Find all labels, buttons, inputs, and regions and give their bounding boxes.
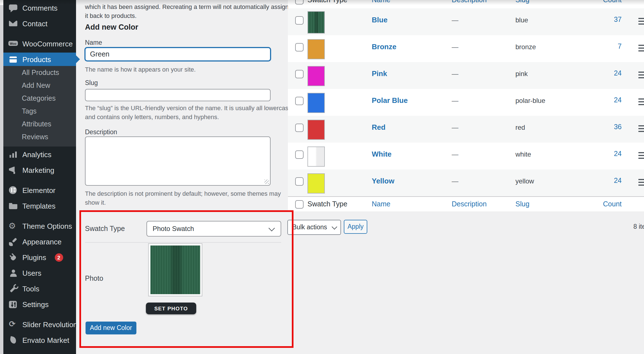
row-name-link[interactable]: Red xyxy=(372,123,385,131)
row-checkbox[interactable] xyxy=(295,70,304,78)
select-all-checkbox[interactable] xyxy=(295,200,304,209)
sidebar-item-templates[interactable]: Templates xyxy=(3,198,76,214)
table-row: Blue—blue37 xyxy=(288,8,644,35)
row-checkbox[interactable] xyxy=(295,16,304,25)
column-header-slug[interactable]: Slug xyxy=(515,0,529,4)
table-row: Pink—pink24 xyxy=(288,62,644,89)
row-checkbox[interactable] xyxy=(295,150,304,159)
apply-button[interactable]: Apply xyxy=(344,220,367,234)
add-color-title: Add new Color xyxy=(85,23,138,31)
screen-edge-strip xyxy=(0,0,3,354)
column-header-swatch-type: Swatch Type xyxy=(307,0,347,4)
sidebar-item-contact[interactable]: Contact xyxy=(3,16,76,31)
swatch-blue xyxy=(307,11,325,34)
row-description: — xyxy=(452,16,458,24)
slug-input[interactable] xyxy=(85,89,271,101)
user-icon xyxy=(8,268,18,278)
swatch-red xyxy=(307,120,325,140)
row-name-link[interactable]: Bronze xyxy=(372,43,396,51)
row-menu-icon[interactable] xyxy=(638,152,644,159)
row-menu-icon[interactable] xyxy=(638,98,644,105)
row-checkbox[interactable] xyxy=(295,97,304,105)
sidebar-subitem-attributes[interactable]: Attributes xyxy=(3,117,76,130)
row-count-link[interactable]: 24 xyxy=(567,69,622,77)
table-header-row: Swatch TypeNameDescriptionSlugCount xyxy=(288,0,644,9)
folder-icon xyxy=(8,201,18,211)
name-input[interactable] xyxy=(85,48,271,61)
row-menu-icon[interactable] xyxy=(638,18,644,25)
sidebar-subitem-categories[interactable]: Categories xyxy=(3,92,76,105)
row-menu-icon[interactable] xyxy=(638,72,644,78)
sidebar-menu: CommentsContactWooCommerceProductsAll Pr… xyxy=(3,0,76,348)
swatch-type-value: Photo Swatch xyxy=(147,221,281,236)
sidebar-item-appearance[interactable]: Appearance xyxy=(3,234,76,249)
sidebar-subitem-add-new[interactable]: Add New xyxy=(3,79,76,92)
sidebar-subitem-tags[interactable]: Tags xyxy=(3,105,76,117)
swatch-type-select[interactable]: Photo Swatch xyxy=(146,221,281,237)
sidebar-item-label: Marketing xyxy=(22,166,54,174)
table-row: Polar Blue—polar-blue24 xyxy=(288,89,644,116)
set-photo-button[interactable]: SET PHOTO xyxy=(146,303,196,314)
sidebar-item-tools[interactable]: Tools xyxy=(3,281,76,296)
column-header-description[interactable]: Description xyxy=(452,0,487,4)
sidebar-subitem-reviews[interactable]: Reviews xyxy=(3,130,76,143)
row-checkbox[interactable] xyxy=(295,177,304,186)
sidebar-item-products[interactable]: Products xyxy=(3,53,76,66)
resize-grip-icon[interactable] xyxy=(264,180,269,184)
column-header-description[interactable]: Description xyxy=(452,200,487,208)
row-count-link[interactable]: 24 xyxy=(567,96,622,104)
comment-icon xyxy=(8,3,18,13)
sidebar-item-theme-options[interactable]: Theme Options xyxy=(3,218,76,234)
column-header-name[interactable]: Name xyxy=(372,0,390,4)
description-label: Description xyxy=(85,129,117,135)
row-name-link[interactable]: Yellow xyxy=(372,177,394,185)
sidebar-item-analytics[interactable]: Analytics xyxy=(3,147,76,162)
row-menu-icon[interactable] xyxy=(638,125,644,132)
sidebar-item-marketing[interactable]: Marketing xyxy=(3,162,76,178)
row-name-link[interactable]: White xyxy=(372,150,392,158)
row-count-link[interactable]: 7 xyxy=(567,43,622,50)
photo-frame xyxy=(148,243,202,296)
sidebar-subitem-all-products[interactable]: All Products xyxy=(3,66,76,79)
row-name-link[interactable]: Blue xyxy=(372,16,387,24)
row-name-link[interactable]: Polar Blue xyxy=(372,96,408,105)
sidebar-item-plugins[interactable]: Plugins2 xyxy=(3,249,76,265)
form-divider xyxy=(85,242,281,243)
row-name-link[interactable]: Pink xyxy=(372,69,387,78)
row-description: — xyxy=(452,177,458,185)
column-header-count[interactable]: Count xyxy=(567,200,622,208)
sidebar-item-elementor[interactable]: Elementor xyxy=(3,182,76,198)
row-count-link[interactable]: 36 xyxy=(567,123,622,131)
column-header-name[interactable]: Name xyxy=(372,200,390,208)
sidebar-item-users[interactable]: Users xyxy=(3,265,76,281)
row-menu-icon[interactable] xyxy=(638,45,644,51)
wordpress-admin-page: CommentsContactWooCommerceProductsAll Pr… xyxy=(0,0,644,354)
row-checkbox[interactable] xyxy=(295,124,304,132)
sidebar-item-settings[interactable]: Settings xyxy=(3,296,76,312)
sidebar-item-comments[interactable]: Comments xyxy=(3,0,76,16)
row-menu-icon[interactable] xyxy=(638,179,644,186)
row-count-link[interactable]: 24 xyxy=(567,177,622,185)
sidebar-item-slider-revolution[interactable]: Slider Revolution xyxy=(3,317,76,332)
description-textarea[interactable] xyxy=(85,136,271,186)
select-all-checkbox[interactable] xyxy=(295,0,304,4)
megaphone-icon xyxy=(8,165,18,175)
swatch-type-label: Swatch Type xyxy=(85,225,125,233)
sidebar-item-label: Tools xyxy=(22,284,39,293)
leaf-icon xyxy=(8,335,18,345)
column-header-slug[interactable]: Slug xyxy=(515,200,529,208)
sidebar-item-label: Slider Revolution xyxy=(22,320,77,329)
products-submenu-block: ProductsAll ProductsAdd NewCategoriesTag… xyxy=(3,53,76,147)
table-rows: Blue—blue37Bronze—bronze7Pink—pink24Pola… xyxy=(288,8,644,196)
sidebar-item-woocommerce[interactable]: WooCommerce xyxy=(3,36,76,51)
sidebar-item-envato-market[interactable]: Envato Market xyxy=(3,332,76,348)
name-help: The name is how it appears on your site. xyxy=(85,65,293,74)
row-checkbox[interactable] xyxy=(295,43,304,51)
add-new-color-button[interactable]: Add new Color xyxy=(86,322,136,334)
column-header-count[interactable]: Count xyxy=(567,0,622,4)
photo-label: Photo xyxy=(85,275,103,282)
bulk-actions-select[interactable]: Bulk actions xyxy=(287,220,341,235)
sidebar-item-label: Appearance xyxy=(22,237,61,246)
row-count-link[interactable]: 24 xyxy=(567,150,622,158)
row-count-link[interactable]: 37 xyxy=(567,16,622,23)
